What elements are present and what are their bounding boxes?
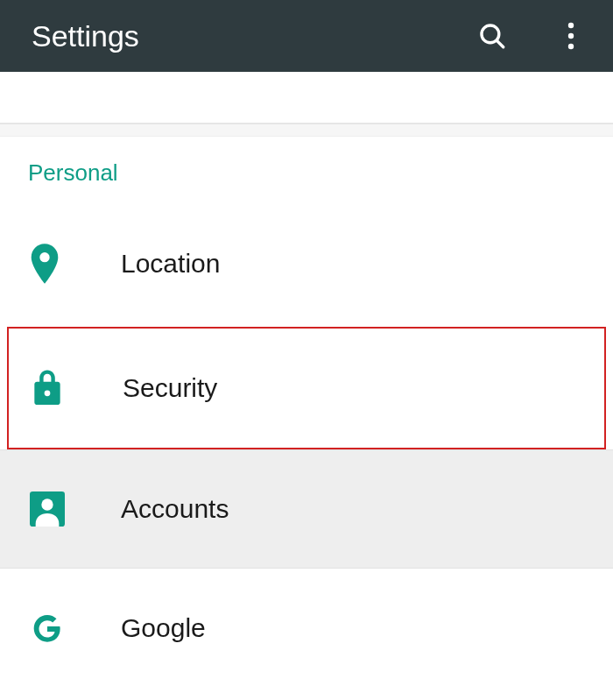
app-bar: Settings — [0, 0, 613, 72]
settings-item-label: Accounts — [121, 494, 229, 524]
svg-line-1 — [497, 40, 504, 47]
google-icon — [30, 611, 65, 646]
settings-item-label: Location — [121, 249, 220, 279]
search-button[interactable] — [475, 18, 510, 53]
top-spacer — [0, 72, 613, 124]
icon-slot — [30, 244, 121, 284]
page-title: Settings — [32, 19, 475, 53]
settings-item-label: Security — [123, 373, 217, 403]
svg-point-8 — [41, 498, 53, 510]
settings-item-label: Google — [121, 613, 206, 643]
settings-item-google[interactable]: Google — [0, 569, 613, 688]
icon-slot — [32, 369, 123, 407]
settings-item-security[interactable]: Security — [9, 329, 604, 448]
svg-point-5 — [39, 252, 49, 262]
appbar-actions — [475, 18, 588, 53]
account-icon — [30, 491, 65, 527]
icon-slot — [30, 491, 121, 527]
location-icon — [30, 244, 60, 284]
svg-point-2 — [568, 23, 574, 28]
section-header-personal: Personal — [0, 137, 613, 204]
highlight-box: Security — [7, 327, 606, 449]
lock-icon — [32, 369, 63, 407]
svg-point-4 — [568, 44, 574, 49]
settings-item-location[interactable]: Location — [0, 204, 613, 323]
more-vert-icon — [567, 22, 574, 50]
svg-point-3 — [568, 33, 574, 39]
divider — [0, 124, 613, 137]
icon-slot — [30, 611, 121, 646]
search-icon — [477, 21, 507, 51]
overflow-menu-button[interactable] — [553, 18, 588, 53]
svg-point-6 — [45, 390, 51, 396]
settings-item-accounts[interactable]: Accounts — [0, 449, 613, 569]
